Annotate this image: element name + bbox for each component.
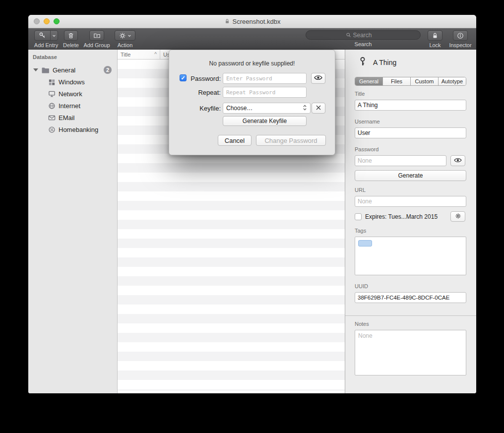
sidebar-item-label: General [53,66,75,74]
generate-password-button[interactable]: Generate [355,170,466,181]
dialog-password-label: Password: [169,75,221,82]
add-entry-button[interactable] [34,30,58,41]
minimize-button[interactable] [44,18,50,24]
title-field-label: Title [355,91,365,97]
sidebar-item-homebanking[interactable]: Homebanking [28,124,117,135]
toolbar: Add Entry Delete Add Group [28,28,476,50]
title-bar: Screenshot.kdbx [28,15,476,28]
tags-field-label: Tags [355,228,366,234]
envelope-icon [48,114,56,122]
coin-percent-icon [48,126,56,133]
folder-plus-icon [93,32,101,39]
column-header-title[interactable]: Title ^ [118,50,160,59]
document-lock-icon [224,18,230,24]
lock-label: Lock [429,42,441,48]
uuid-field[interactable] [355,292,466,303]
sidebar-item-general[interactable]: General 2 [28,64,117,76]
gear-icon [455,213,461,221]
password-field-label: Password [355,146,378,152]
search-input[interactable] [353,32,381,39]
key-plus-icon [35,31,51,40]
url-field-label: URL [355,187,366,193]
sidebar-item-email[interactable]: EMail [28,112,117,124]
expires-label: Expires: Tues...March 2015 [365,213,438,220]
traffic-lights [34,18,60,24]
tag-chip[interactable] [358,240,372,247]
change-password-dialog: No password or keyfile supplied! ✓ Passw… [169,50,335,155]
tags-box[interactable] [355,237,466,275]
sidebar-item-label: EMail [59,114,75,122]
entry-count-badge: 2 [104,66,112,74]
close-button[interactable] [34,18,40,24]
search-field[interactable] [306,30,421,40]
expires-settings-button[interactable] [450,211,465,222]
tab-general[interactable]: General [355,77,383,85]
url-field[interactable] [355,196,466,207]
sidebar-item-windows[interactable]: Windows [28,76,117,88]
notes-field-label: Notes [355,321,369,327]
sidebar-item-label: Windows [59,78,85,86]
tab-files[interactable]: Files [383,77,411,85]
sidebar-header: Database [28,50,117,60]
sidebar-item-internet[interactable]: Internet [28,100,117,112]
stepper-arrows-icon [303,104,307,113]
add-group-item: Add Group [82,30,112,48]
username-field[interactable] [355,127,466,138]
keyfile-popup-value: Choose… [226,105,252,112]
generate-keyfile-button[interactable]: Generate Keyfile [223,116,307,126]
change-password-button[interactable]: Change Password [256,135,326,146]
inspector-panel: A Thing General Files Custom Autotype Ti… [345,50,476,393]
computer-icon [48,90,56,98]
sidebar-item-label: Homebanking [59,126,98,133]
expires-checkbox[interactable] [355,213,362,220]
info-icon [457,32,464,39]
sidebar-item-network[interactable]: Network [28,88,117,100]
eye-icon [454,157,462,165]
lock-button[interactable] [428,30,442,41]
action-label: Action [118,42,133,48]
sidebar-item-label: Internet [59,102,80,110]
uuid-field-label: UUID [355,283,368,289]
action-button[interactable] [115,30,135,41]
search-item: Search [306,30,421,47]
zoom-button[interactable] [54,18,60,24]
delete-button[interactable] [64,30,78,41]
delete-item: Delete [62,30,80,48]
inspector-label: Inspector [449,42,471,48]
password-field[interactable] [355,155,446,166]
dialog-show-password-button[interactable] [311,73,325,84]
gear-icon [119,32,126,39]
dialog-repeat-input[interactable] [223,87,307,98]
dialog-password-input[interactable] [223,73,307,84]
title-field[interactable] [355,100,466,111]
eye-icon [314,74,322,82]
notes-field[interactable]: None [355,330,466,375]
sidebar: Database General 2 Windows Net [28,50,118,393]
search-label: Search [355,41,372,47]
add-group-button[interactable] [89,30,104,41]
inspector-item: Inspector [446,30,475,48]
show-password-button[interactable] [450,155,465,166]
inspector-tabs: General Files Custom Autotype [355,77,466,86]
clear-keyfile-button[interactable] [312,103,325,114]
windows-icon [48,78,56,86]
cancel-button[interactable]: Cancel [218,135,252,146]
dialog-keyfile-label: Keyfile: [169,105,221,112]
trash-icon [67,32,74,39]
inspector-button[interactable] [453,30,468,41]
add-entry-item: Add Entry [33,30,60,48]
tab-autotype[interactable]: Autotype [439,77,466,85]
search-icon [346,31,351,40]
close-x-icon [315,105,321,112]
inspector-divider [345,315,476,316]
folder-icon [41,66,50,74]
username-field-label: Username [355,119,380,124]
disclosure-triangle-icon[interactable] [33,68,38,71]
tab-custom[interactable]: Custom [411,77,439,85]
column-title-label: Title [121,52,130,58]
delete-label: Delete [63,42,79,48]
lock-icon [432,32,439,39]
globe-icon [48,102,56,110]
key-icon [358,57,367,68]
keyfile-popup[interactable]: Choose… [223,103,311,114]
